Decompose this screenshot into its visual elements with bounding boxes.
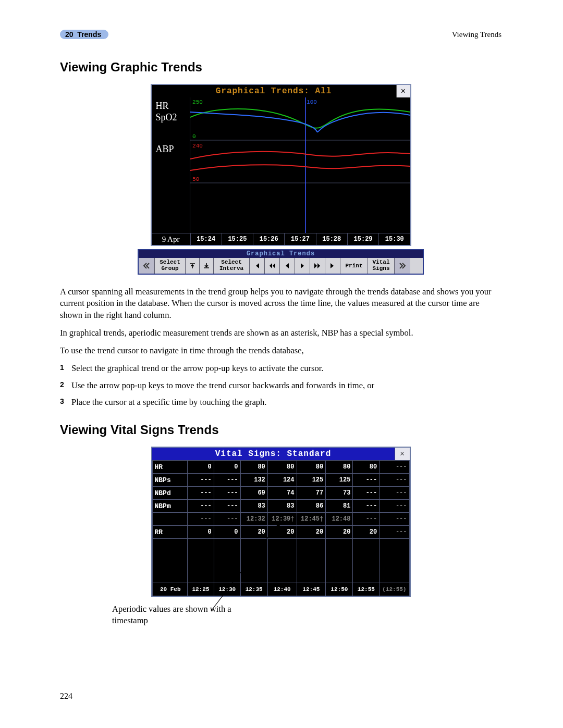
cell: ---: [380, 526, 409, 539]
time-row: 20 Feb12:2512:3012:3512:4012:4512:5012:5…: [152, 583, 409, 596]
cell: 0: [188, 461, 214, 474]
window-title: Graphical Trends: All: [152, 87, 396, 96]
double-chevron-right-icon: [399, 262, 406, 269]
time-cell: 15:30: [379, 233, 410, 245]
cell: 125: [326, 474, 353, 487]
label-spo2: SpO2: [156, 112, 190, 124]
select-group-button[interactable]: SelectGroup: [155, 258, 186, 274]
cell: ---: [380, 461, 409, 474]
time-cell: 15:24: [191, 233, 222, 245]
close-icon: ×: [401, 87, 406, 96]
scroll-down-button[interactable]: [200, 258, 214, 274]
select-interval-button[interactable]: SelectInterva: [214, 258, 250, 274]
cell: 12:39†: [267, 513, 297, 526]
time-axis-date: 9 Apr: [152, 233, 191, 245]
cell: 83: [240, 500, 267, 513]
scroll-right-button[interactable]: [395, 258, 410, 274]
annotation-text: Aperiodic values are shown with a timest…: [112, 603, 248, 626]
row-label: NBPs: [152, 474, 188, 487]
cell: 81: [326, 500, 353, 513]
cell: ---: [353, 474, 380, 487]
scale-top-max: 250: [192, 99, 203, 105]
time-cell: 12:25: [188, 583, 214, 596]
time-cell: 15:27: [285, 233, 316, 245]
cell: ---: [353, 513, 380, 526]
close-button[interactable]: ×: [396, 85, 410, 97]
cell: ---: [380, 474, 409, 487]
cell: 20: [240, 526, 267, 539]
chapter-number: 20: [65, 30, 74, 39]
skip-last-icon: [329, 262, 336, 269]
cell: 86: [297, 500, 326, 513]
cell: 77: [297, 487, 326, 500]
paragraph: In graphical trends, aperiodic measureme…: [60, 327, 501, 339]
trend-plot[interactable]: 250 100 0 240 50: [190, 97, 410, 233]
print-button[interactable]: Print: [340, 258, 368, 274]
cell: ---: [353, 500, 380, 513]
cell: 83: [267, 500, 297, 513]
section-heading: Viewing Vital Signs Trends: [60, 423, 501, 437]
fast-back-button[interactable]: [265, 258, 280, 274]
cell: 69: [240, 487, 267, 500]
cell: 80: [240, 461, 267, 474]
date-cell: 20 Feb: [152, 583, 188, 596]
cell: 20: [353, 526, 380, 539]
trend-svg: 250 100 0 240 50: [190, 97, 410, 233]
row-label: NBPm: [152, 500, 188, 513]
time-cell: 12:50: [326, 583, 353, 596]
cell: ---: [380, 500, 409, 513]
fast-forward-button[interactable]: [310, 258, 325, 274]
time-cell: 12:35: [240, 583, 267, 596]
forward-button[interactable]: [295, 258, 310, 274]
cell: 12:45†: [297, 513, 326, 526]
trends-toolbar: SelectGroup SelectInterva: [139, 258, 423, 274]
header-right: Viewing Trends: [452, 30, 501, 39]
vital-signs-table: HR008080808080---NBPs------132124125125-…: [152, 460, 410, 596]
time-cell: 12:55: [353, 583, 380, 596]
trend-body: HR SpO2 ABP 250 100 0: [152, 97, 410, 233]
label-abp: ABP: [156, 144, 190, 155]
scroll-left-button[interactable]: [139, 258, 155, 274]
document-page: 20 Trends Viewing Trends Viewing Graphic…: [0, 0, 563, 728]
scale-top-min: 0: [192, 133, 196, 140]
first-button[interactable]: [250, 258, 265, 274]
skip-first-icon: [253, 262, 261, 269]
cell: 20: [267, 526, 297, 539]
graphical-trends-window: Graphical Trends: All × HR SpO2 ABP 250 …: [151, 84, 411, 246]
back-button[interactable]: [280, 258, 295, 274]
fast-forward-icon: [314, 262, 321, 269]
table-row: ------12:3212:39†12:45†12:48------: [152, 513, 409, 526]
time-cell: 12:30: [214, 583, 240, 596]
cell: 0: [214, 461, 240, 474]
step-text: Select the graphical trend or the arrow …: [71, 363, 323, 374]
section-heading: Viewing Graphic Trends: [60, 60, 501, 75]
scale-mid-max: 240: [192, 143, 203, 149]
step-item: 1Select the graphical trend or the arrow…: [60, 363, 501, 374]
step-number: 2: [60, 380, 71, 391]
table-row: HR008080808080---: [152, 461, 409, 474]
vital-signs-button[interactable]: VitalSigns: [368, 258, 395, 274]
row-label: HR: [152, 461, 188, 474]
chapter-pill: 20 Trends: [60, 30, 108, 39]
scroll-up-button[interactable]: [186, 258, 200, 274]
row-label: RR: [152, 526, 188, 539]
time-axis: 9 Apr 15:24 15:25 15:26 15:27 15:28 15:2…: [152, 233, 410, 245]
cell: 73: [326, 487, 353, 500]
step-text: Use the arrow pop-up keys to move the tr…: [71, 380, 374, 391]
step-item: 3Place the cursor at a specific time by …: [60, 397, 501, 408]
arrow-down-bar-icon: [203, 262, 210, 269]
row-label: [152, 513, 188, 526]
step-number: 1: [60, 363, 71, 374]
cell: 132: [240, 474, 267, 487]
cell: ---: [214, 513, 240, 526]
scale-top-mid: 100: [307, 99, 317, 105]
steps-list: 1Select the graphical trend or the arrow…: [60, 363, 501, 408]
close-button[interactable]: ×: [395, 448, 410, 460]
cell: ---: [188, 500, 214, 513]
annotation: Aperiodic values are shown with a timest…: [60, 601, 501, 628]
vital-signs-window: Vital Signs: Standard × HR008080808080--…: [151, 447, 411, 597]
time-cell: 15:25: [222, 233, 253, 245]
last-button[interactable]: [325, 258, 340, 274]
step-number: 3: [60, 397, 71, 408]
page-number: 224: [60, 692, 72, 701]
